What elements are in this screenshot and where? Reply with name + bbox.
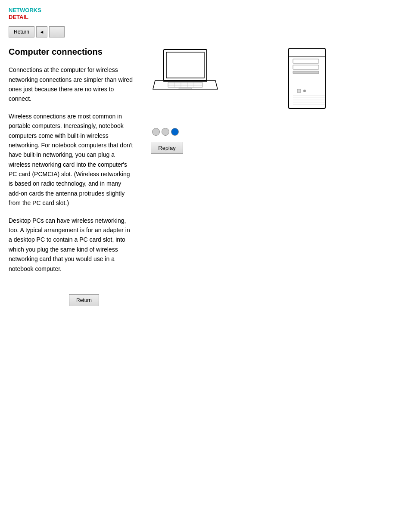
dot-1 [152,128,160,136]
images-column: Replay [134,46,402,281]
return-button-bottom[interactable]: Return [69,294,99,306]
svg-rect-10 [289,48,325,109]
bottom-nav: Return [9,294,402,306]
nav-buttons-top: Return ◄ [9,26,402,37]
svg-rect-15 [297,89,301,93]
paragraph-2: Wireless connections are most common in … [9,112,134,208]
header: NETWORKS DETAIL [9,7,402,20]
indicator-dots [152,128,179,136]
paragraph-1: Connections at the computer for wireless… [9,65,134,104]
laptop-illustration [151,46,220,102]
forward-button[interactable] [49,26,65,37]
svg-rect-14 [293,71,319,74]
header-networks: NETWORKS [9,7,402,14]
desktop-illustration [280,46,336,115]
main-layout: Computer connections Connections at the … [9,46,402,281]
text-column: Computer connections Connections at the … [9,46,134,281]
right-controls: Replay [151,128,187,281]
header-detail: DETAIL [9,14,402,21]
svg-point-16 [303,90,306,92]
back-button[interactable]: ◄ [36,26,47,37]
images-top-row [151,46,336,115]
svg-rect-1 [166,52,204,78]
dot-2 [162,128,169,136]
return-button-top[interactable]: Return [9,26,34,37]
replay-button[interactable]: Replay [151,142,183,154]
paragraph-3: Desktop PCs can have wireless networking… [9,216,134,274]
page-title: Computer connections [9,46,134,57]
page-container: NETWORKS DETAIL Return ◄ Computer connec… [0,0,411,313]
dot-3 [171,128,179,136]
